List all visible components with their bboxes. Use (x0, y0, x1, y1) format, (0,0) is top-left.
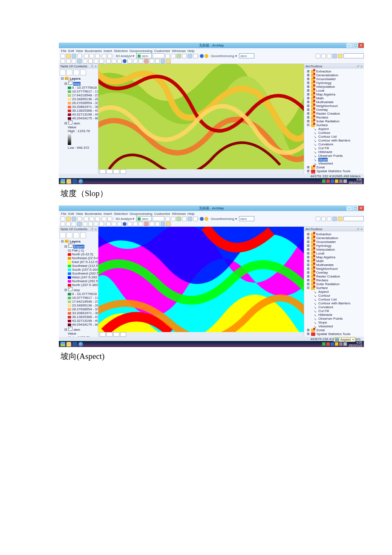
toc-class-item[interactable]: 23.34895136 - 28.27 (60, 97, 97, 101)
new-icon[interactable] (61, 54, 65, 58)
profile-icon[interactable] (171, 54, 176, 58)
select-icon[interactable] (106, 222, 111, 226)
table-icon[interactable] (193, 217, 198, 221)
identify-icon[interactable] (123, 59, 127, 63)
toc-class-item[interactable]: East (67.5-112.5) (60, 260, 97, 264)
toc-tab-list[interactable] (60, 232, 66, 238)
toolbox-icon[interactable] (166, 59, 171, 64)
clear-sel-icon[interactable] (112, 59, 116, 64)
time-slider-icon[interactable] (155, 222, 160, 226)
toc-class-item[interactable]: 17.64218548 - 23.34 (60, 93, 97, 97)
tray-icon[interactable] (326, 342, 330, 346)
tray-icon[interactable] (331, 179, 334, 183)
print-icon[interactable] (77, 54, 82, 58)
menu-geoprocessing[interactable]: Geoprocessing (130, 49, 153, 53)
surface-tool-contour-list[interactable]: Contour List (306, 298, 363, 301)
print-icon[interactable] (77, 217, 82, 221)
toolbox-group-spatial-statistics-tools[interactable]: ⊞ Spatial Statistics Tools (306, 332, 363, 336)
close-button[interactable]: ✕ (358, 43, 364, 48)
toc-class-item[interactable]: West (247.5-292.5 (60, 275, 97, 279)
surface-tool-contour-list[interactable]: Contour List (306, 135, 363, 139)
toc-class-item[interactable]: North (0-22.5) (60, 252, 97, 256)
toc-class-item[interactable]: 49.29434175 - 86.15 (60, 116, 97, 120)
sketch-icon[interactable] (321, 217, 326, 221)
surface-tool-observer-points[interactable]: Observer Points (306, 317, 363, 321)
toc-layer-slop[interactable]: ⊟ slop (60, 81, 97, 86)
undo-icon[interactable] (102, 217, 107, 221)
surface-tool-hillshade[interactable]: Hillshade (306, 150, 363, 154)
analyst-dropdown[interactable]: 3D Analyst ▾ (115, 217, 134, 221)
search-icon[interactable] (338, 54, 343, 58)
search-icon[interactable] (338, 217, 343, 221)
redo-icon[interactable] (107, 54, 112, 58)
paste-icon[interactable] (95, 54, 100, 58)
save-icon[interactable] (72, 54, 76, 58)
toc-tree[interactable]: ⊟ Layers ⊟ Export Flat (-1)North (0-22.5… (59, 239, 98, 337)
surface-tool-hillshade[interactable]: Hillshade (306, 313, 363, 317)
toolbox-group-spatial-statistics-tools[interactable]: ⊞ Spatial Statistics Tools (306, 169, 363, 173)
cut-icon[interactable] (84, 54, 89, 58)
table-icon[interactable] (193, 54, 198, 58)
taskbar-clock[interactable]: 9:052013/11/2 (349, 341, 362, 347)
help-icon[interactable] (205, 54, 208, 58)
map-canvas[interactable] (98, 64, 304, 169)
viewer-icon[interactable] (161, 59, 165, 64)
fixed-zoom-out-icon[interactable] (88, 59, 93, 64)
interpolate-icon[interactable] (165, 54, 170, 58)
zoom-out-icon[interactable] (66, 222, 71, 226)
menu-help[interactable]: Help (187, 212, 194, 216)
help-icon[interactable] (205, 217, 208, 221)
tray-icon[interactable] (322, 342, 326, 346)
system-tray[interactable]: 9:052013/11/2 (322, 178, 362, 184)
toc-layers-root[interactable]: ⊟ Layers (60, 77, 97, 81)
measure-icon[interactable] (327, 54, 331, 58)
search-input[interactable] (343, 216, 364, 221)
map-canvas[interactable] (98, 227, 304, 332)
toc-class-item[interactable]: Northwest (292.5- (60, 279, 97, 283)
toc-class-item[interactable]: 33.20881971 - 38.13 (60, 105, 97, 109)
toc-class-item[interactable]: 0 - 10.37775618 (60, 292, 97, 296)
toolbox-group-surface[interactable]: ⊟ Surface (306, 286, 363, 290)
pin-icon[interactable]: ⇧ × (91, 64, 97, 68)
copy-icon[interactable] (89, 217, 94, 221)
tray-icon[interactable] (331, 342, 334, 346)
maximize-button[interactable]: ▢ (352, 206, 358, 211)
toolbox-tree[interactable]: ⊞ Extraction⊞ Generalization⊞ Groundwate… (304, 69, 364, 174)
measure-icon[interactable] (138, 222, 143, 226)
next-extent-icon[interactable] (99, 222, 104, 226)
toolbox-tree[interactable]: ⊞ Extraction⊞ Generalization⊞ Groundwate… (304, 231, 364, 337)
toc-class-item[interactable]: 38.13825388 - 43. (60, 315, 97, 319)
find-icon[interactable] (144, 222, 149, 226)
menu-selection[interactable]: Selection (114, 212, 128, 216)
layout-view-tab[interactable] (107, 332, 112, 337)
add-icon[interactable] (176, 54, 181, 58)
toc-class-item[interactable]: 0 - 10.37775618 (60, 86, 97, 90)
html-popup-icon[interactable] (133, 59, 138, 64)
menu-edit[interactable]: Edit (68, 49, 74, 53)
chart-icon[interactable] (187, 54, 192, 58)
surface-tool-contour[interactable]: Contour (306, 294, 363, 298)
toc-layer-dem[interactable]: ⊟ dem (60, 120, 97, 125)
toc-tab-visibility[interactable] (73, 69, 79, 75)
start-button[interactable] (61, 179, 65, 184)
toc-tab-selection[interactable] (80, 232, 86, 238)
word-icon[interactable] (72, 179, 77, 184)
find-icon[interactable] (144, 59, 149, 64)
menu-edit[interactable]: Edit (68, 212, 74, 216)
arcmap-taskbar-icon[interactable] (78, 179, 83, 184)
menu-bookmarks[interactable]: Bookmarks (85, 49, 102, 53)
word-icon[interactable] (72, 342, 77, 347)
toc-tab-selection[interactable] (80, 69, 86, 75)
paste-icon[interactable] (95, 217, 100, 221)
catalog-icon[interactable] (332, 217, 337, 221)
menu-view[interactable]: View (76, 49, 83, 53)
refresh-button[interactable] (113, 169, 119, 174)
surface-tool-slope[interactable]: Slope (306, 158, 363, 162)
pan-icon[interactable] (72, 222, 76, 226)
next-extent-icon[interactable] (99, 59, 104, 64)
info-icon[interactable] (200, 217, 204, 221)
surface-tool-curvature[interactable]: Curvature (306, 305, 363, 309)
menu-insert[interactable]: Insert (104, 212, 112, 216)
menu-help[interactable]: Help (187, 49, 194, 53)
clear-sel-icon[interactable] (112, 222, 116, 226)
